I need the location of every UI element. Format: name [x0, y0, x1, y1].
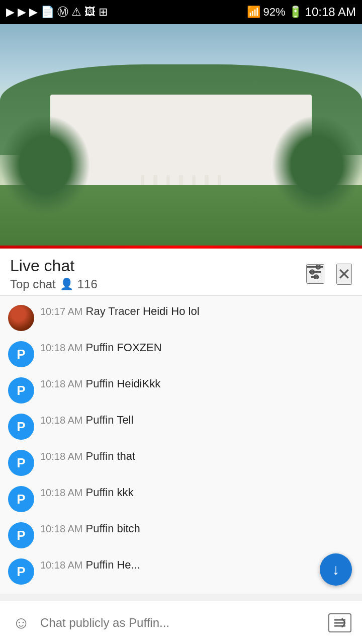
- file-icon: 📄: [41, 6, 54, 19]
- list-item: P 10:18 AM Puffin FOXZEN: [0, 336, 362, 372]
- chat-header-left: Live chat Top chat 👤 116: [10, 257, 98, 291]
- avatar: P: [8, 377, 34, 404]
- message-author: Puffin: [86, 341, 114, 354]
- avatar: [8, 305, 34, 331]
- list-item: P 10:18 AM Puffin that: [0, 445, 362, 481]
- message-content: 10:18 AM Puffin Tell: [40, 414, 354, 427]
- message-author: Puffin: [86, 558, 114, 572]
- message-text: HeidiKkk: [117, 377, 160, 390]
- emoji-icon: ☺: [13, 613, 30, 632]
- message-text: He...: [117, 558, 140, 572]
- video-area: [0, 24, 362, 246]
- svg-rect-1: [309, 271, 321, 273]
- youtube-icon2: ▶: [29, 6, 38, 19]
- status-time: 10:18 AM: [305, 5, 356, 19]
- message-content: 10:18 AM Puffin He...: [40, 558, 354, 572]
- status-icons-left: ▶ ▶ ▶ 📄 Ⓜ ⚠ 🖼 ⊞: [6, 5, 108, 20]
- message-time: 10:17 AM: [40, 306, 83, 317]
- list-item: P 10:18 AM Puffin bitch: [0, 517, 362, 553]
- chat-header-right: ✕: [306, 264, 352, 285]
- message-text: bitch: [117, 522, 140, 535]
- message-text: FOXZEN: [117, 341, 161, 354]
- list-item: P 10:18 AM Puffin Tell: [0, 409, 362, 445]
- status-icons-right: 📶 92% 🔋 10:18 AM: [247, 5, 356, 19]
- youtube-icon: ▶: [18, 6, 26, 19]
- top-chat-label[interactable]: Top chat: [10, 277, 56, 291]
- chat-input[interactable]: [40, 610, 320, 636]
- grid-icon: ⊞: [99, 6, 108, 19]
- message-author: Puffin: [86, 414, 114, 427]
- battery-icon: 🔋: [289, 6, 302, 19]
- list-item: P 10:18 AM Puffin kkk: [0, 481, 362, 517]
- filter-button[interactable]: [306, 264, 324, 284]
- battery-text: 92%: [263, 6, 286, 19]
- send-button[interactable]: [326, 610, 354, 636]
- message-time: 10:18 AM: [40, 415, 83, 426]
- message-author: Ray Tracer: [86, 305, 140, 318]
- message-text: Heidi Ho lol: [143, 305, 200, 318]
- message-content: 10:18 AM Puffin that: [40, 450, 354, 463]
- message-time: 10:18 AM: [40, 378, 83, 390]
- close-button[interactable]: ✕: [336, 264, 352, 285]
- avatar: P: [8, 558, 34, 585]
- status-bar: ▶ ▶ ▶ 📄 Ⓜ ⚠ 🖼 ⊞ 📶 92% 🔋 10:18 AM: [0, 0, 362, 24]
- live-chat-title: Live chat: [10, 257, 98, 275]
- mastodon-icon: Ⓜ: [57, 5, 68, 20]
- chevron-down-icon: ↓: [332, 561, 340, 578]
- chat-messages: 10:17 AM Ray Tracer Heidi Ho lol P 10:18…: [0, 296, 362, 594]
- message-text: kkk: [117, 486, 133, 499]
- message-author: Puffin: [86, 450, 114, 463]
- message-time: 10:18 AM: [40, 559, 83, 571]
- message-content: 10:18 AM Puffin bitch: [40, 522, 354, 535]
- avatar: P: [8, 522, 34, 548]
- avatar: P: [8, 414, 34, 440]
- play-icon: ▶: [6, 6, 15, 19]
- video-background: [0, 24, 362, 246]
- message-time: 10:18 AM: [40, 523, 83, 535]
- list-item: P 10:18 AM Puffin He...: [0, 553, 362, 590]
- list-item: 10:17 AM Ray Tracer Heidi Ho lol: [0, 300, 362, 336]
- emoji-button[interactable]: ☺: [8, 610, 34, 636]
- wifi-icon: 📶: [247, 6, 260, 19]
- send-icon: [328, 613, 351, 632]
- message-time: 10:18 AM: [40, 342, 83, 354]
- alert-icon: ⚠: [71, 6, 81, 19]
- message-author: Puffin: [86, 377, 114, 390]
- message-author: Puffin: [86, 486, 114, 499]
- message-time: 10:18 AM: [40, 451, 83, 462]
- message-text: Tell: [117, 414, 133, 427]
- avatar: P: [8, 450, 34, 476]
- chat-header: Live chat Top chat 👤 116 ✕: [0, 249, 362, 296]
- svg-rect-7: [334, 622, 345, 624]
- message-content: 10:18 AM Puffin FOXZEN: [40, 341, 354, 354]
- viewer-count: 116: [77, 277, 98, 291]
- message-time: 10:18 AM: [40, 487, 83, 499]
- live-chat-panel: Live chat Top chat 👤 116 ✕: [0, 249, 362, 594]
- chat-input-area: ☺: [0, 601, 362, 644]
- message-content: 10:17 AM Ray Tracer Heidi Ho lol: [40, 305, 354, 318]
- message-content: 10:18 AM Puffin HeidiKkk: [40, 377, 354, 390]
- message-author: Puffin: [86, 522, 114, 535]
- trees-front-left: [0, 115, 90, 215]
- trees-front-right: [272, 115, 362, 215]
- image-icon: 🖼: [84, 6, 96, 19]
- message-content: 10:18 AM Puffin kkk: [40, 486, 354, 499]
- viewer-icon: 👤: [60, 278, 73, 291]
- top-chat-row: Top chat 👤 116: [10, 277, 98, 291]
- list-item: P 10:18 AM Puffin HeidiKkk: [0, 372, 362, 409]
- avatar: P: [8, 486, 34, 512]
- scroll-down-button[interactable]: ↓: [320, 553, 352, 586]
- avatar: P: [8, 341, 34, 367]
- message-text: that: [117, 450, 135, 463]
